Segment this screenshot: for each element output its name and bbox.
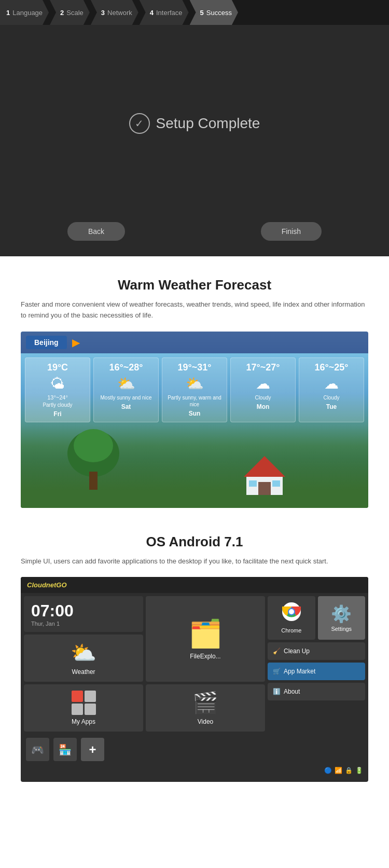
app-market-icon: 🛒 xyxy=(273,668,281,675)
android-title: OS Android 7.1 xyxy=(21,534,368,550)
app-market-button[interactable]: 🛒 App Market xyxy=(268,663,365,680)
house-icon xyxy=(239,453,290,495)
android-app-screenshot: CloudnetGO 07:00 Thur, Jan 1 ⛅ Weather xyxy=(21,577,368,782)
city-badge[interactable]: Beijing xyxy=(26,336,67,349)
weather-icon-fri: 🌤 xyxy=(27,375,88,392)
wizard-steps-bar: 1 Language 2 Scale 3 Network 4 Interface… xyxy=(0,0,389,25)
step-label-success: Success xyxy=(206,9,232,17)
video-label: Video xyxy=(198,718,213,725)
temp-sat-main: 16°~28° xyxy=(96,362,156,373)
step-label-network: Network xyxy=(107,9,132,17)
wizard-step-network: 3 Network xyxy=(91,0,138,25)
weather-icon-tue: ☁ xyxy=(301,375,362,392)
weather-card-sun: 19°~31° ⛅ Partly sunny, warm and nice Su… xyxy=(162,357,227,422)
wifi-icon: 📶 xyxy=(335,767,342,774)
svg-rect-2 xyxy=(89,472,98,490)
weather-desc-sat: Mostly sunny and nice xyxy=(96,394,156,401)
back-button[interactable]: Back xyxy=(67,222,125,241)
weather-card-tue: 16°~25° ☁ Cloudy Tue xyxy=(299,357,364,422)
temp-mon-main: 17°~27° xyxy=(233,362,293,373)
temp-sun-main: 19°~31° xyxy=(164,362,225,373)
kodi-icon[interactable]: 🎮 xyxy=(26,738,49,761)
android-description: Simple UI, users can add favorite applic… xyxy=(21,556,368,567)
android-bottom-dock: 🎮 🏪 + xyxy=(21,735,368,764)
weather-card-fri: 19°C 🌤 13°~24° Partly cloudy Fri xyxy=(25,357,90,422)
svg-point-1 xyxy=(74,429,113,462)
video-cell[interactable]: 🎬 Video xyxy=(146,684,265,732)
store-icon[interactable]: 🏪 xyxy=(53,738,77,761)
svg-rect-6 xyxy=(249,480,257,487)
wizard-buttons-bar: Back Finish xyxy=(0,222,389,256)
temp-tue-main: 16°~25° xyxy=(301,362,362,373)
weather-app-label: Weather xyxy=(72,668,95,676)
weather-title: Warm Weather Forecast xyxy=(21,277,368,293)
svg-rect-7 xyxy=(272,480,280,487)
tree-icon xyxy=(62,425,124,492)
step-label-language: Language xyxy=(12,9,43,17)
wizard-step-language: 1 Language xyxy=(0,0,49,25)
step-num-1: 1 xyxy=(6,9,10,17)
app-market-label: App Market xyxy=(284,668,315,675)
wizard-section: 1 Language 2 Scale 3 Network 4 Interface… xyxy=(0,0,389,256)
weather-app-icon: ⛅ xyxy=(71,641,96,665)
cleanup-icon: 🧹 xyxy=(273,647,281,655)
android-main-grid: 07:00 Thur, Jan 1 ⛅ Weather My A xyxy=(21,593,368,735)
wizard-content-area: ✓ Setup Complete xyxy=(0,25,389,222)
chrome-label: Chrome xyxy=(281,627,301,633)
weather-cards-row: 19°C 🌤 13°~24° Partly cloudy Fri 16°~28°… xyxy=(21,353,368,426)
step-label-interface: Interface xyxy=(156,9,183,17)
chrome-icon xyxy=(282,602,301,625)
android-section: OS Android 7.1 Simple UI, users can add … xyxy=(0,518,389,793)
arrow-right-icon: ▶ xyxy=(72,336,80,349)
weather-desc-sun: Partly sunny, warm and nice xyxy=(164,394,225,408)
date-display: Thur, Jan 1 xyxy=(31,621,60,627)
weather-day-fri: Fri xyxy=(27,410,88,418)
add-app-button[interactable]: + xyxy=(81,738,104,761)
android-brand-header: CloudnetGO xyxy=(21,577,368,593)
my-apps-icon xyxy=(72,691,96,715)
step-label-scale: Scale xyxy=(66,9,84,17)
finish-button[interactable]: Finish xyxy=(261,222,322,241)
brand-name: CloudnetGO xyxy=(27,581,67,589)
svg-marker-3 xyxy=(244,456,285,477)
weather-top-bar: Beijing ▶ xyxy=(21,332,368,353)
step-num-3: 3 xyxy=(101,9,105,17)
cleanup-label: Clean Up xyxy=(284,647,310,655)
clock-widget: 07:00 Thur, Jan 1 xyxy=(24,596,143,632)
weather-desc-tue: Cloudy xyxy=(301,394,362,401)
video-app-icon: 🎬 xyxy=(192,691,218,715)
setup-complete-banner: ✓ Setup Complete xyxy=(129,113,260,134)
weather-icon-sun: ⛅ xyxy=(164,375,225,392)
weather-description: Faster and more convenient view of weath… xyxy=(21,299,368,321)
my-apps-label: My Apps xyxy=(72,718,95,725)
lock-icon: 🔒 xyxy=(345,767,353,774)
battery-icon: 🔋 xyxy=(355,767,363,774)
settings-cell[interactable]: ⚙️ Settings xyxy=(318,596,366,640)
weather-app-cell[interactable]: ⛅ Weather xyxy=(24,635,143,682)
weather-desc-mon: Cloudy xyxy=(233,394,293,401)
cleanup-button[interactable]: 🧹 Clean Up xyxy=(268,642,365,660)
temp-fri-main: 19°C xyxy=(27,362,88,373)
weather-app-screenshot: Beijing ▶ 19°C 🌤 13°~24° Partly cloudy F… xyxy=(21,332,368,508)
file-explorer-cell[interactable]: 🗂️ FileExplo... xyxy=(146,596,265,682)
my-apps-cell[interactable]: My Apps xyxy=(24,684,143,732)
android-status-bar: 🔵 📶 🔒 🔋 xyxy=(21,764,368,777)
about-button[interactable]: ℹ️ About xyxy=(268,683,365,700)
chrome-cell[interactable]: Chrome xyxy=(268,596,315,640)
weather-day-sat: Sat xyxy=(96,403,156,410)
wizard-step-scale: 2 Scale xyxy=(50,0,90,25)
svg-point-11 xyxy=(289,609,294,614)
settings-icon: ⚙️ xyxy=(331,604,352,624)
file-explorer-label: FileExplo... xyxy=(190,653,220,660)
step-num-4: 4 xyxy=(150,9,154,17)
weather-card-mon: 17°~27° ☁ Cloudy Mon xyxy=(230,357,296,422)
weather-day-sun: Sun xyxy=(164,410,225,417)
step-num-5: 5 xyxy=(200,9,204,17)
settings-label: Settings xyxy=(331,626,352,632)
weather-day-mon: Mon xyxy=(233,403,293,410)
about-icon: ℹ️ xyxy=(273,688,281,695)
bluetooth-icon: 🔵 xyxy=(324,767,332,774)
temp-fri-range: 13°~24° xyxy=(27,394,88,401)
about-label: About xyxy=(284,688,300,695)
clock-display: 07:00 xyxy=(31,601,74,621)
